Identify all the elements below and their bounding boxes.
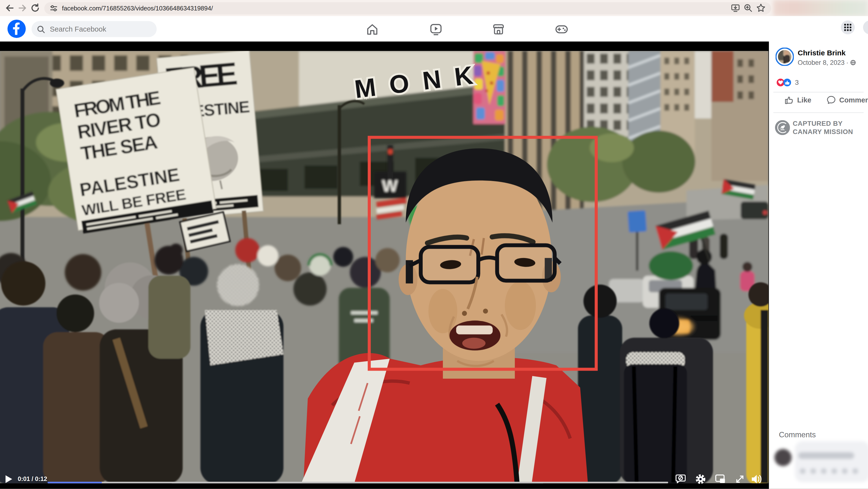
- globe-public-icon: [850, 60, 856, 65]
- white-headscarf-head: [257, 245, 278, 266]
- comments-disabled-button[interactable]: [674, 473, 686, 485]
- comment-slash-icon: [675, 474, 685, 484]
- browser-extensions-blurred: [773, 0, 868, 16]
- search-bar[interactable]: [32, 21, 157, 37]
- url-text[interactable]: facebook.com/716855263/videos/1036648634…: [62, 5, 213, 11]
- volume-button[interactable]: [751, 473, 763, 485]
- nav-tab-watch[interactable]: [421, 22, 451, 36]
- watermark-text: CAPTURED BY CANARY MISSION: [793, 119, 853, 135]
- pip-button[interactable]: [714, 473, 726, 485]
- keffiyeh-head: [217, 264, 259, 306]
- like-thumb-icon: [784, 95, 794, 105]
- avatar[interactable]: [775, 47, 794, 66]
- apps-menu-button[interactable]: [841, 20, 855, 34]
- site-settings-icon[interactable]: [50, 4, 58, 12]
- zoom-icon[interactable]: [743, 3, 753, 13]
- browser-window: facebook.com/716855263/videos/1036648634…: [0, 0, 868, 489]
- building-letter: W: [382, 177, 398, 195]
- post-date[interactable]: October 8, 2023·: [798, 59, 856, 66]
- nav-tab-gaming[interactable]: [546, 22, 576, 36]
- fullscreen-button[interactable]: [734, 473, 746, 485]
- nav-tab-home[interactable]: [357, 22, 387, 36]
- progress-bar[interactable]: [48, 481, 668, 483]
- facebook-logo[interactable]: [7, 20, 26, 38]
- nav-tab-marketplace[interactable]: [483, 22, 513, 36]
- home-icon: [365, 21, 379, 36]
- like-button[interactable]: Like: [784, 95, 811, 105]
- post-sidebar: Christie Brink October 8, 2023· 3 Like C…: [769, 41, 868, 489]
- play-icon: [5, 475, 13, 483]
- settings-button[interactable]: [694, 473, 706, 485]
- gaming-icon: [554, 21, 569, 36]
- apps-grid-icon: [844, 24, 851, 31]
- fullscreen-icon: [735, 474, 744, 484]
- play-button[interactable]: [3, 473, 15, 485]
- video-player[interactable]: MONK FREE PALESTINE: [0, 41, 769, 489]
- progress-fill: [48, 481, 101, 483]
- keffiyeh-shawl-person: [200, 310, 283, 483]
- gear-icon: [695, 474, 706, 484]
- reload-icon[interactable]: [30, 3, 40, 13]
- browser-toolbar: facebook.com/716855263/videos/1036648634…: [0, 0, 868, 17]
- account-button[interactable]: [863, 20, 868, 34]
- comments-heading: Comments: [779, 431, 816, 439]
- post-author[interactable]: Christie Brink: [798, 49, 845, 57]
- volume-icon: [752, 474, 763, 484]
- marketplace-icon: [491, 21, 506, 36]
- video-frame: MONK FREE PALESTINE: [0, 51, 769, 483]
- facebook-header: [0, 16, 868, 42]
- comment-bubble-blurred: [795, 441, 868, 482]
- comment-button[interactable]: Comment: [827, 95, 868, 105]
- watch-icon: [428, 21, 443, 36]
- video-time: 0:01 / 0:12: [18, 475, 47, 482]
- search-input[interactable]: [49, 24, 145, 34]
- forward-icon[interactable]: [17, 3, 28, 13]
- save-to-device-icon[interactable]: [731, 3, 740, 13]
- bookmark-star-icon[interactable]: [756, 3, 766, 13]
- comment-avatar-blurred: [775, 449, 792, 466]
- back-icon[interactable]: [4, 3, 15, 13]
- picture-in-picture-icon: [715, 474, 725, 484]
- olive-top-person: [148, 276, 190, 359]
- address-bar[interactable]: facebook.com/716855263/videos/1036648634…: [44, 2, 771, 14]
- comment-bubble-icon: [827, 95, 836, 105]
- like-reaction-icon[interactable]: [783, 79, 791, 86]
- canary-mission-logo: [775, 120, 790, 135]
- reaction-count[interactable]: 3: [795, 79, 799, 86]
- red-beanie-head: [235, 238, 259, 262]
- search-icon: [37, 25, 45, 33]
